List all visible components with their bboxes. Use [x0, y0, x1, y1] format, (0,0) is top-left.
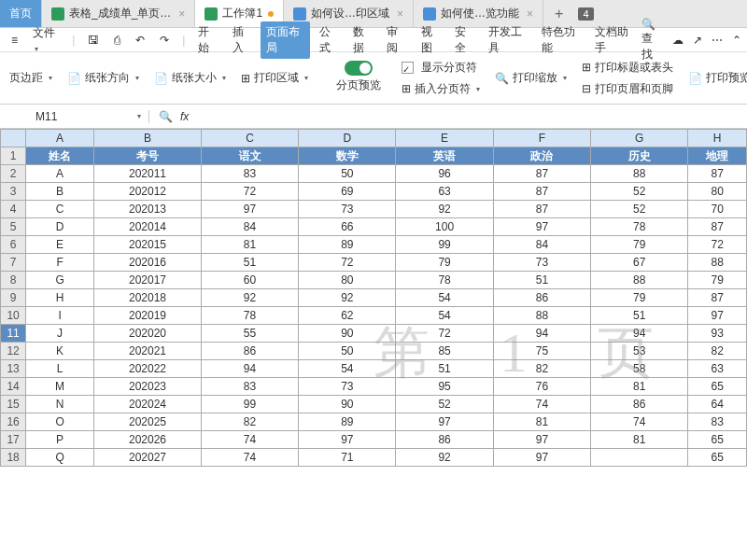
cell[interactable]: 52: [591, 183, 688, 201]
cell[interactable]: 82: [688, 343, 747, 360]
cell[interactable]: 95: [396, 378, 493, 396]
cell[interactable]: 87: [493, 183, 590, 201]
cell[interactable]: 67: [591, 254, 688, 272]
cell[interactable]: 72: [299, 254, 396, 272]
tab-dochelper[interactable]: 文档助手: [589, 21, 639, 59]
col-header[interactable]: F: [493, 130, 590, 147]
header-footer-button[interactable]: ⊟打印页眉和页脚: [578, 79, 677, 99]
tab-review[interactable]: 审阅: [381, 21, 411, 59]
pagebreak-toggle[interactable]: [345, 61, 373, 76]
row-header[interactable]: 10: [1, 307, 26, 325]
tab-start[interactable]: 开始: [192, 21, 222, 59]
cell[interactable]: 80: [299, 272, 396, 289]
orientation-button[interactable]: 📄纸张方向▾: [63, 68, 143, 88]
cell[interactable]: I: [26, 307, 94, 325]
print-scale-button[interactable]: 🔍打印缩放▾: [491, 68, 571, 88]
row-header[interactable]: 8: [1, 272, 26, 289]
header-cell[interactable]: 政治: [493, 147, 590, 165]
row-header[interactable]: 17: [1, 431, 26, 449]
cell[interactable]: 90: [299, 396, 396, 413]
row-header[interactable]: 9: [1, 289, 26, 307]
cell[interactable]: 79: [591, 289, 688, 307]
tab-dev[interactable]: 开发工具: [483, 21, 532, 59]
cell[interactable]: 202025: [94, 413, 202, 431]
cell[interactable]: 89: [299, 236, 396, 254]
cell[interactable]: 79: [688, 272, 747, 289]
cloud-icon[interactable]: ☁: [672, 34, 684, 47]
cell[interactable]: 73: [299, 201, 396, 218]
tab-insert[interactable]: 插入: [227, 21, 257, 59]
cell[interactable]: 86: [493, 289, 590, 307]
cell[interactable]: 74: [493, 396, 590, 413]
doc-tab-1[interactable]: 表格_成绩单_单页…×: [42, 0, 195, 27]
print-icon[interactable]: ⎙: [108, 32, 126, 49]
cell[interactable]: 97: [299, 431, 396, 449]
cell[interactable]: 92: [299, 289, 396, 307]
cell[interactable]: 63: [688, 360, 747, 378]
cell[interactable]: H: [26, 289, 94, 307]
cell[interactable]: 89: [299, 413, 396, 431]
find-button[interactable]: 🔍 查找: [641, 18, 663, 63]
cell[interactable]: 51: [493, 272, 590, 289]
cell[interactable]: E: [26, 236, 94, 254]
cell[interactable]: 58: [591, 360, 688, 378]
cell[interactable]: 52: [591, 201, 688, 218]
collapse-icon[interactable]: ⌃: [732, 34, 741, 47]
share-icon[interactable]: ↗: [693, 34, 702, 47]
header-cell[interactable]: 地理: [688, 147, 747, 165]
cell[interactable]: 97: [396, 413, 493, 431]
cell[interactable]: 50: [299, 343, 396, 360]
cell[interactable]: 87: [688, 165, 747, 183]
cell[interactable]: 54: [299, 360, 396, 378]
menu-burger-icon[interactable]: ≡: [6, 32, 23, 49]
cell[interactable]: 72: [396, 325, 493, 343]
cell[interactable]: 87: [688, 289, 747, 307]
cell[interactable]: 202027: [94, 449, 202, 467]
row-header[interactable]: 13: [1, 360, 26, 378]
cell[interactable]: 84: [493, 236, 590, 254]
row-header[interactable]: 7: [1, 254, 26, 272]
cell[interactable]: 84: [201, 218, 298, 236]
cell[interactable]: F: [26, 254, 94, 272]
cell[interactable]: 53: [591, 343, 688, 360]
header-cell[interactable]: 历史: [591, 147, 688, 165]
cell[interactable]: O: [26, 413, 94, 431]
cell[interactable]: 51: [591, 307, 688, 325]
cell[interactable]: M: [26, 378, 94, 396]
cell[interactable]: 202015: [94, 236, 202, 254]
cell[interactable]: 202013: [94, 201, 202, 218]
cell[interactable]: 83: [201, 378, 298, 396]
undo-icon[interactable]: ↶: [130, 32, 150, 49]
cell[interactable]: 50: [299, 165, 396, 183]
cell[interactable]: 202019: [94, 307, 202, 325]
cell[interactable]: 54: [396, 289, 493, 307]
col-header[interactable]: E: [396, 130, 493, 147]
cell[interactable]: 82: [201, 413, 298, 431]
select-all-corner[interactable]: [1, 130, 26, 147]
cell[interactable]: 100: [396, 218, 493, 236]
cell[interactable]: 81: [591, 431, 688, 449]
cell[interactable]: 74: [201, 449, 298, 467]
cell[interactable]: J: [26, 325, 94, 343]
row-header[interactable]: 2: [1, 165, 26, 183]
cell[interactable]: 65: [688, 378, 747, 396]
name-box[interactable]: M11▾: [28, 110, 149, 123]
cell[interactable]: 202023: [94, 378, 202, 396]
row-header[interactable]: 15: [1, 396, 26, 413]
print-titles-button[interactable]: ⊞打印标题或表头: [578, 58, 677, 77]
cell[interactable]: 76: [493, 378, 590, 396]
cell[interactable]: 87: [493, 201, 590, 218]
cell[interactable]: 202026: [94, 431, 202, 449]
col-header[interactable]: B: [94, 130, 202, 147]
cell[interactable]: [591, 449, 688, 467]
cell[interactable]: 80: [688, 183, 747, 201]
row-header[interactable]: 14: [1, 378, 26, 396]
show-breaks-checkbox[interactable]: 显示分页符: [398, 58, 484, 77]
cell[interactable]: 88: [591, 165, 688, 183]
row-header[interactable]: 11: [1, 325, 26, 343]
cell[interactable]: 97: [201, 201, 298, 218]
spreadsheet-grid[interactable]: ABCDEFGH1姓名考号语文数学英语政治历史地理2A2020118350968…: [0, 129, 747, 467]
cell[interactable]: 81: [493, 413, 590, 431]
cell[interactable]: 60: [201, 272, 298, 289]
col-header[interactable]: C: [201, 130, 298, 147]
